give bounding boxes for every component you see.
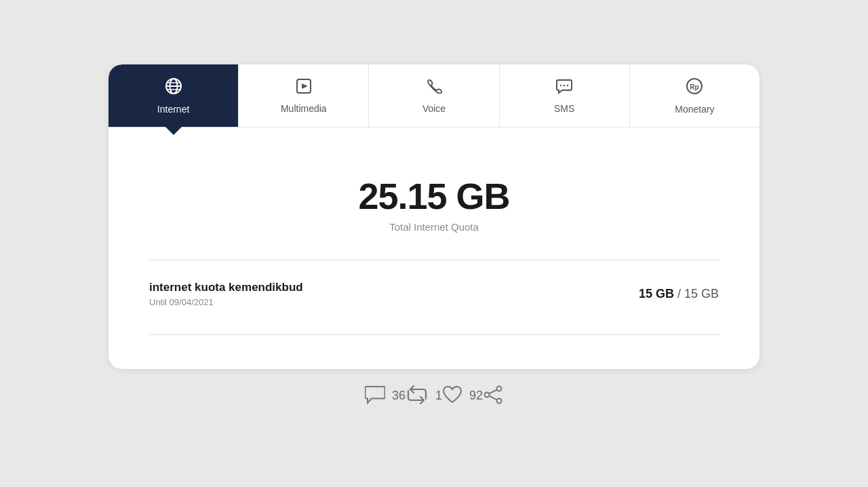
comment-action[interactable]: 36 xyxy=(365,385,406,407)
svg-point-8 xyxy=(564,84,565,85)
quota-item-info: internet kuota kemendikbud Until 09/04/2… xyxy=(149,281,303,307)
tab-sms[interactable]: SMS xyxy=(500,64,630,127)
quota-item-usage: 15 GB / 15 GB xyxy=(639,287,719,301)
quota-value: 25.15 GB xyxy=(149,175,719,217)
like-count: 92 xyxy=(469,389,483,403)
heart-icon xyxy=(442,385,462,407)
retweet-count: 1 xyxy=(435,389,442,403)
item-name: internet kuota kemendikbud xyxy=(149,281,303,294)
retweet-action[interactable]: 1 xyxy=(406,385,442,407)
phone-icon xyxy=(425,77,443,98)
svg-point-13 xyxy=(497,398,502,403)
svg-line-16 xyxy=(489,395,497,400)
tabs-container: Internet Multimedia V xyxy=(108,64,760,128)
rp-icon: Rp xyxy=(685,77,704,98)
svg-line-15 xyxy=(489,389,497,393)
svg-point-14 xyxy=(485,392,490,397)
item-used: 15 GB xyxy=(639,287,674,300)
tab-monetary[interactable]: Rp Monetary xyxy=(630,64,760,127)
svg-point-7 xyxy=(560,84,561,85)
divider-top xyxy=(149,260,719,260)
share-action[interactable] xyxy=(483,385,503,407)
quota-label: Total Internet Quota xyxy=(149,221,719,233)
tab-multimedia[interactable]: Multimedia xyxy=(239,64,369,127)
comment-count: 36 xyxy=(392,389,406,403)
action-bar: 36 1 92 xyxy=(338,369,530,423)
share-icon xyxy=(483,385,503,407)
chat-icon xyxy=(555,77,573,98)
quota-item: internet kuota kemendikbud Until 09/04/2… xyxy=(149,274,719,321)
card: Internet Multimedia V xyxy=(108,64,760,369)
content-area: 25.15 GB Total Internet Quota internet k… xyxy=(108,128,760,369)
like-action[interactable]: 92 xyxy=(442,385,483,407)
globe-icon xyxy=(164,77,183,98)
svg-point-9 xyxy=(567,84,568,85)
tab-voice-label: Voice xyxy=(422,103,446,114)
tab-internet-label: Internet xyxy=(157,104,189,115)
tab-internet[interactable]: Internet xyxy=(108,64,239,127)
comment-icon xyxy=(365,385,385,407)
svg-text:Rp: Rp xyxy=(690,83,699,91)
item-total: / 15 GB xyxy=(677,287,719,300)
retweet-icon xyxy=(406,385,429,407)
tab-monetary-label: Monetary xyxy=(675,104,714,115)
tab-voice[interactable]: Voice xyxy=(369,64,499,127)
item-until: Until 09/04/2021 xyxy=(149,297,303,307)
divider-bottom xyxy=(149,334,719,335)
tab-sms-label: SMS xyxy=(554,103,574,114)
play-icon xyxy=(295,77,313,98)
quota-main: 25.15 GB Total Internet Quota xyxy=(149,155,719,246)
tab-multimedia-label: Multimedia xyxy=(281,103,327,114)
svg-point-12 xyxy=(497,386,502,391)
screen: Internet Multimedia V xyxy=(0,0,868,487)
svg-marker-6 xyxy=(302,83,308,89)
